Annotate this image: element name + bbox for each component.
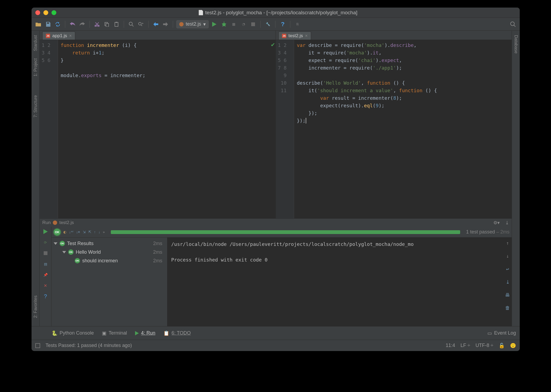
update-icon[interactable]: ⎘ (294, 20, 302, 28)
copy-icon[interactable] (103, 20, 111, 28)
python-console-tab[interactable]: 🐍 Python Console (51, 330, 94, 336)
code-editor-left[interactable]: 1 2 3 4 5 6 function incrementer (i) { r… (40, 40, 276, 218)
run-panel-target: test2.js (59, 220, 74, 225)
print-icon[interactable]: 🖶 (505, 291, 510, 299)
svg-rect-4 (106, 23, 109, 27)
tab-test2[interactable]: JS test2.js × (278, 32, 311, 40)
help-icon[interactable]: ? (279, 20, 287, 28)
test-progress-bar (111, 230, 460, 234)
redo-icon[interactable] (78, 20, 86, 28)
undo-icon[interactable] (68, 20, 77, 28)
todo-icon: 📋 (163, 330, 169, 336)
svg-point-7 (129, 22, 132, 25)
paste-icon[interactable] (112, 20, 120, 28)
collapse-all-icon[interactable]: ⇱ (88, 230, 91, 234)
todo-tab[interactable]: 📋 6: TODO (163, 330, 191, 336)
project-toolwindow-button[interactable]: 1: Project (33, 57, 39, 78)
favorites-toolwindow-button[interactable]: 2: Favorites (33, 294, 39, 320)
show-passed-icon[interactable]: OK (54, 229, 61, 236)
profile-icon[interactable]: ◔ (239, 20, 247, 28)
save-all-icon[interactable] (44, 20, 52, 28)
event-log-tab[interactable]: ▭ Event Log (487, 330, 516, 336)
expand-icon[interactable] (62, 251, 66, 253)
layout-icon[interactable]: ▤ (42, 261, 49, 267)
cut-icon[interactable] (93, 20, 101, 28)
sync-icon[interactable] (54, 20, 62, 28)
scroll-to-end-icon[interactable]: ⤓ (506, 278, 510, 286)
log-icon: ▭ (487, 330, 492, 336)
file-encoding[interactable]: UTF-8 ÷ (476, 343, 493, 348)
debug-icon[interactable] (220, 20, 228, 28)
run-toolwindow: Run test2.js ⚙︎▾ ⤓ ⟳ ▤ 📌 (40, 218, 512, 326)
scroll-down-icon[interactable]: ↓ (506, 252, 509, 260)
editor-pane-right: JS test2.js × 1 2 3 4 5 6 7 8 9 10 11 va… (276, 31, 512, 218)
database-toolwindow-button[interactable]: Database (513, 33, 519, 55)
expand-icon[interactable] (54, 242, 57, 245)
window-close-button[interactable] (35, 10, 40, 15)
run-console[interactable]: /usr/local/bin/node /Users/pauleveritt/p… (167, 238, 512, 326)
editor-pane-left: JS app1.js × 1 2 3 4 5 6 function increm… (40, 31, 276, 218)
forward-icon[interactable] (161, 20, 170, 28)
toggle-auto-test-icon[interactable]: ⟳ (42, 239, 49, 246)
settings-icon[interactable]: 🔧 (264, 20, 272, 28)
tree-case[interactable]: OK should incremen 2ms (51, 256, 167, 265)
run-tab[interactable]: 4: Run (135, 330, 155, 336)
back-icon[interactable] (152, 20, 160, 28)
svg-rect-0 (47, 22, 49, 24)
terminal-tab[interactable]: ▣ Terminal (102, 330, 127, 336)
close-icon[interactable]: × (42, 282, 49, 289)
search-everywhere-icon[interactable] (509, 20, 517, 28)
gutter: 1 2 3 4 5 6 (40, 40, 53, 218)
stop-icon[interactable] (42, 250, 49, 256)
svg-rect-5 (115, 22, 118, 26)
main-toolbar: test2.js ▾ ▦ ◔ 🔧 ? ⎘ (32, 18, 520, 31)
open-icon[interactable] (34, 20, 42, 28)
status-message: Tests Passed: 1 passed (4 minutes ago) (46, 343, 132, 348)
test-tree[interactable]: OK Test Results 2ms OK Hello World 2ms (51, 238, 167, 326)
close-tab-icon[interactable]: × (305, 33, 308, 38)
help-icon[interactable]: ? (42, 293, 49, 300)
tab-label: app1.js (52, 33, 67, 39)
sort-alpha-icon[interactable]: ↓ᵃᶻ (69, 230, 74, 234)
code-editor-right[interactable]: 1 2 3 4 5 6 7 8 9 10 11 var describe = r… (276, 40, 512, 218)
stop-icon[interactable] (249, 20, 257, 28)
rerun-icon[interactable] (42, 228, 49, 235)
readonly-lock-icon[interactable]: 🔓 (499, 343, 505, 349)
js-icon: JS (46, 34, 50, 38)
svg-point-11 (511, 22, 514, 26)
run-config-selector[interactable]: test2.js ▾ (176, 20, 209, 28)
show-ignored-icon[interactable]: ◐ (63, 230, 66, 234)
window-minimize-button[interactable] (43, 10, 48, 15)
line-separator[interactable]: LF ÷ (460, 343, 470, 348)
caret-position[interactable]: 11:4 (446, 343, 455, 348)
toolwindows-toggle-icon[interactable] (35, 343, 40, 348)
window-zoom-button[interactable] (51, 10, 56, 15)
tree-root[interactable]: OK Test Results 2ms (51, 239, 167, 248)
replace-icon[interactable] (137, 20, 145, 28)
stardust-toolwindow-button[interactable]: Stardust (33, 33, 39, 53)
hector-icon[interactable]: 🙂 (510, 343, 516, 349)
sort-duration-icon[interactable]: ↓≡ (76, 230, 80, 234)
tree-suite[interactable]: OK Hello World 2ms (51, 248, 167, 256)
pin-icon[interactable]: 📌 (42, 271, 49, 278)
prev-fail-icon[interactable]: ↑ (94, 230, 96, 234)
next-fail-icon[interactable]: ↓ (98, 230, 100, 234)
coverage-icon[interactable]: ▦ (230, 20, 238, 28)
clear-icon[interactable]: 🗑 (505, 304, 510, 312)
soft-wrap-icon[interactable]: ↩︎ (506, 265, 509, 273)
find-icon[interactable] (127, 20, 135, 28)
hide-icon[interactable]: ⤓ (505, 220, 509, 226)
console-line: /usr/local/bin/node /Users/pauleveritt/p… (171, 240, 508, 248)
gear-icon[interactable]: ⚙︎▾ (493, 220, 500, 226)
run-icon[interactable] (210, 20, 218, 28)
more-icon[interactable]: » (103, 230, 105, 234)
close-tab-icon[interactable]: × (69, 33, 72, 38)
run-icon (135, 331, 139, 335)
scroll-up-icon[interactable]: ↑ (506, 239, 509, 247)
expand-all-icon[interactable]: ⇲ (83, 230, 86, 234)
right-tool-strip: Database (512, 31, 520, 326)
console-line: Process finished with exit code 0 (171, 256, 508, 264)
window-title-text: test2.js - polyglot_mocha - [~/projects/… (205, 10, 357, 16)
tab-app1[interactable]: JS app1.js × (42, 32, 75, 40)
structure-toolwindow-button[interactable]: 7: Structure (33, 94, 39, 119)
